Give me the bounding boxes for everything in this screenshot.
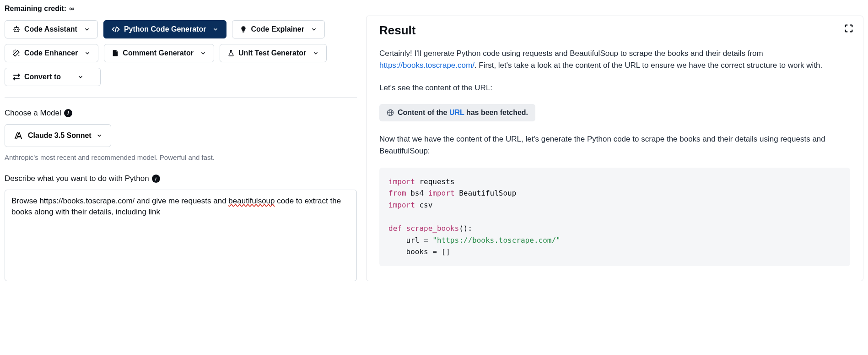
document-icon [112, 49, 119, 57]
model-selected-label: Claude 3.5 Sonnet [28, 131, 92, 140]
comment-generator-label: Comment Generator [123, 49, 194, 57]
url-fetched-chip: Content of the URL has been fetched. [379, 104, 535, 121]
result-intro-pre: Certainly! I'll generate Python code usi… [379, 49, 763, 58]
chevron-down-icon [77, 74, 84, 80]
choose-model-label: Choose a Model i [5, 109, 357, 118]
chevron-down-icon [313, 50, 319, 56]
code-text: BeautifulSoup [455, 189, 517, 197]
svg-line-7 [115, 27, 116, 32]
code-kw: import [388, 201, 415, 209]
code-enhancer-label: Code Enhancer [24, 49, 78, 57]
prompt-textarea[interactable]: Browse https://books.toscrape.com/ and g… [5, 190, 357, 281]
svg-point-2 [17, 29, 18, 30]
svg-rect-0 [14, 27, 19, 32]
code-text: (): [459, 224, 472, 233]
chip-url-word: URL [449, 109, 464, 116]
unit-test-generator-button[interactable]: Unit Test Generator [220, 44, 327, 62]
model-description: Anthropic's most recent and recommended … [5, 153, 357, 161]
swap-icon [12, 73, 21, 81]
lightbulb-icon [240, 25, 247, 33]
info-icon[interactable]: i [64, 109, 72, 117]
python-code-generator-button[interactable]: Python Code Generator [103, 20, 227, 38]
code-explainer-button[interactable]: Code Explainer [232, 20, 324, 38]
code-enhancer-button[interactable]: Code Enhancer [5, 44, 98, 62]
robot-icon [12, 25, 21, 33]
convert-to-label: Convert to [24, 73, 61, 81]
result-after-chip: Now that we have the content of the URL,… [379, 133, 850, 158]
code-text: bs4 [406, 189, 428, 197]
code-kw: from [388, 189, 406, 197]
globe-icon [387, 109, 394, 116]
code-assistant-label: Code Assistant [24, 25, 77, 33]
comment-generator-button[interactable]: Comment Generator [104, 44, 214, 62]
code-kw: import [428, 189, 455, 197]
result-panel: Result Certainly! I'll generate Python c… [366, 16, 863, 281]
model-selector[interactable]: Claude 3.5 Sonnet [5, 124, 111, 147]
wand-icon [12, 49, 21, 57]
svg-point-1 [15, 29, 16, 30]
expand-icon[interactable] [844, 23, 854, 33]
flask-icon [227, 49, 235, 57]
code-explainer-label: Code Explainer [251, 25, 304, 33]
code-kw: def [388, 224, 406, 233]
describe-prompt-label: Describe what you want to do with Python… [5, 174, 357, 183]
code-text: requests [415, 177, 455, 186]
code-text: url = [388, 236, 432, 245]
credit-text: Remaining credit: [5, 5, 66, 13]
describe-prompt-text: Describe what you want to do with Python [5, 174, 149, 183]
choose-model-text: Choose a Model [5, 109, 61, 118]
svg-rect-8 [243, 32, 244, 32]
chip-pre: Content of the [398, 109, 449, 116]
chevron-down-icon [311, 26, 317, 33]
prompt-text-squiggle: beautifulsoup [228, 197, 275, 205]
chevron-down-icon [212, 26, 219, 33]
result-intro-post: . First, let's take a look at the conten… [474, 61, 822, 70]
anthropic-logo-icon [13, 131, 23, 140]
code-text: books = [] [388, 247, 450, 256]
code-text: csv [415, 201, 433, 209]
svg-point-4 [16, 26, 17, 27]
result-see-content: Let's see the content of the URL: [379, 82, 850, 94]
code-str: "https://books.toscrape.com/" [432, 236, 560, 245]
credit-value: ∞ [69, 5, 74, 13]
remaining-credit-label: Remaining credit: ∞ [5, 5, 357, 13]
prompt-text-pre: Browse https://books.toscrape.com/ and g… [11, 197, 228, 205]
chevron-down-icon [200, 50, 206, 56]
code-icon [111, 25, 120, 33]
code-kw: import [388, 177, 415, 186]
result-url-link[interactable]: https://books.toscrape.com/ [379, 61, 474, 70]
convert-to-button[interactable]: Convert to [5, 68, 101, 86]
chip-post: has been fetched. [464, 109, 528, 116]
chevron-down-icon [96, 132, 102, 139]
info-icon[interactable]: i [152, 175, 160, 183]
chevron-down-icon [84, 26, 90, 33]
result-intro: Certainly! I'll generate Python code usi… [379, 48, 850, 72]
result-title: Result [379, 23, 850, 38]
chevron-down-icon [84, 50, 91, 56]
code-assistant-button[interactable]: Code Assistant [5, 20, 98, 38]
tool-button-row: Code Assistant Python Code Generator Cod… [5, 20, 357, 98]
code-block: import requests from bs4 import Beautifu… [379, 168, 850, 266]
python-generator-label: Python Code Generator [124, 25, 206, 33]
code-fn: scrape_books [406, 224, 459, 233]
unit-test-generator-label: Unit Test Generator [238, 49, 306, 57]
